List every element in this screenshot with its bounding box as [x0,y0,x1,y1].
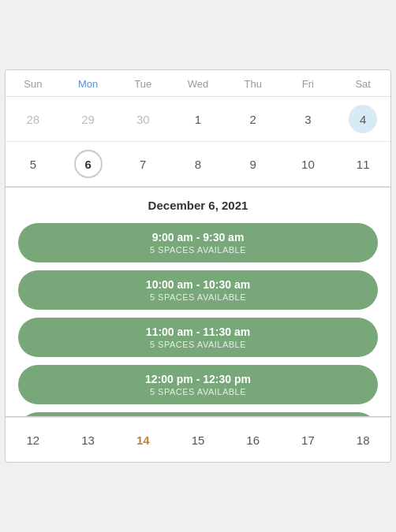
day-7[interactable]: 7 [115,142,170,186]
time-slot-4[interactable]: 12:00 pm - 12:30 pm 5 SPACES AVAILABLE [18,365,378,404]
day-30[interactable]: 30 [115,97,170,141]
day-16[interactable]: 16 [226,418,281,462]
calendar-container: Sun Mon Tue Wed Thu Fri Sat 28 29 30 1 2… [5,69,391,463]
day-28[interactable]: 28 [6,97,61,141]
day-12[interactable]: 12 [6,418,61,462]
time-range-3: 11:00 am - 11:30 am [31,326,365,338]
header-tue: Tue [115,70,170,96]
week-row-1: 28 29 30 1 2 3 4 [6,97,390,142]
time-slot-1[interactable]: 9:00 am - 9:30 am 5 SPACES AVAILABLE [18,223,378,262]
day-29[interactable]: 29 [61,97,116,141]
day-13[interactable]: 13 [61,418,116,462]
header-fri: Fri [281,70,336,96]
time-range-4: 12:00 pm - 12:30 pm [31,373,365,385]
spaces-4: 5 SPACES AVAILABLE [31,387,365,396]
spaces-3: 5 SPACES AVAILABLE [31,340,365,349]
day-6[interactable]: 6 [61,142,116,186]
header-mon: Mon [61,70,116,96]
header-wed: Wed [170,70,226,96]
day-11[interactable]: 11 [335,142,390,186]
time-range-2: 10:00 am - 10:30 am [31,278,365,291]
time-slot-5[interactable]: 1:00 pm - 1:30 pm 5 SPACES AVAILABLE [18,412,378,416]
time-slot-2[interactable]: 10:00 am - 10:30 am 5 SPACES AVAILABLE [18,270,378,310]
day-3[interactable]: 3 [281,97,336,141]
day-5[interactable]: 5 [6,142,61,186]
header-thu: Thu [226,70,281,96]
header-sat: Sat [335,70,390,96]
spaces-2: 5 SPACES AVAILABLE [31,292,365,302]
day-18[interactable]: 18 [335,418,390,462]
day-17[interactable]: 17 [281,418,336,462]
time-slot-3[interactable]: 11:00 am - 11:30 am 5 SPACES AVAILABLE [18,318,378,357]
popup-date-title: December 6, 2021 [18,199,378,212]
spaces-1: 5 SPACES AVAILABLE [31,245,365,255]
day-2[interactable]: 2 [226,97,281,141]
calendar-header: Sun Mon Tue Wed Thu Fri Sat [6,70,390,97]
day-8[interactable]: 8 [170,142,226,186]
time-range-1: 9:00 am - 9:30 am [31,231,365,244]
day-4[interactable]: 4 [335,97,390,141]
time-slot-panel: December 6, 2021 9:00 am - 9:30 am 5 SPA… [6,187,390,417]
day-1[interactable]: 1 [170,97,226,141]
day-10[interactable]: 10 [281,142,336,186]
week-row-3: 12 13 14 15 16 17 18 [6,417,390,462]
header-sun: Sun [6,70,61,96]
time-slot-scroll[interactable]: December 6, 2021 9:00 am - 9:30 am 5 SPA… [6,188,390,416]
day-15[interactable]: 15 [170,418,226,462]
day-14[interactable]: 14 [115,418,170,462]
week-row-2: 5 6 7 8 9 10 11 [6,142,390,187]
day-9[interactable]: 9 [226,142,281,186]
